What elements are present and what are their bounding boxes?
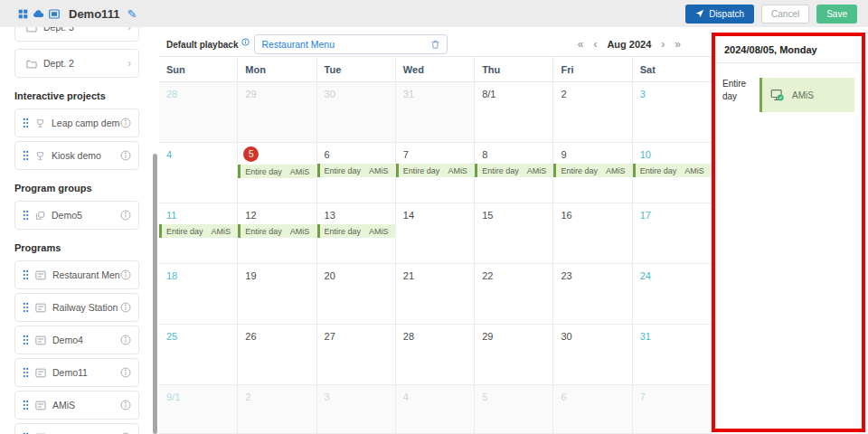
info-icon[interactable]: [120, 302, 131, 313]
default-playback-select[interactable]: Restaurant Menu: [254, 34, 448, 54]
prev-month-button[interactable]: ‹: [593, 38, 597, 51]
sidebar-item-dept-2[interactable]: Dept. 2›: [14, 49, 139, 78]
day-number: 9/1: [159, 385, 237, 403]
info-icon[interactable]: [120, 367, 131, 378]
day-number: 25: [159, 325, 237, 343]
calendar-cell-2[interactable]: 2: [238, 385, 316, 434]
calendar-cell-26[interactable]: 26: [238, 325, 316, 385]
calendar-cell-15[interactable]: 15: [475, 203, 553, 264]
calendar-cell-3[interactable]: 3: [633, 82, 712, 143]
drag-handle-icon[interactable]: [23, 150, 29, 161]
info-icon[interactable]: [120, 150, 131, 161]
sidebar-item-dept-3[interactable]: Dept. 3›: [14, 27, 139, 42]
calendar-cell-4[interactable]: 4: [159, 143, 238, 203]
info-icon[interactable]: [120, 269, 131, 280]
calendar-cell-20[interactable]: 20: [317, 264, 396, 325]
calendar-cell-28[interactable]: 28: [159, 82, 238, 143]
calendar-cell-31[interactable]: 31: [633, 325, 712, 385]
calendar-cell-25[interactable]: 25: [159, 325, 238, 385]
event-chip[interactable]: Entire dayAMiS: [238, 224, 316, 238]
calendar-cell-9-1[interactable]: 9/1: [159, 385, 238, 434]
calendar-cell-22[interactable]: 22: [475, 264, 553, 325]
info-icon[interactable]: [241, 38, 250, 46]
calendar-cell-14[interactable]: 14: [396, 203, 475, 264]
day-number: 8: [475, 143, 552, 161]
next-year-button[interactable]: »: [675, 38, 681, 51]
calendar-cell-28[interactable]: 28: [396, 325, 475, 385]
calendar-cell-10[interactable]: 10Entire dayAMiS: [633, 143, 712, 203]
calendar-cell-17[interactable]: 17: [633, 203, 712, 264]
calendar-cell-8[interactable]: 8Entire dayAMiS: [475, 143, 553, 203]
sidebar-item-demo5[interactable]: Demo5: [14, 201, 139, 230]
dispatch-button[interactable]: Dispatch: [685, 5, 754, 24]
calendar-cell-9[interactable]: 9Entire dayAMiS: [553, 143, 632, 203]
calendar-cell-7[interactable]: 7: [633, 385, 712, 434]
event-chip[interactable]: Entire dayAMiS: [475, 164, 552, 177]
folder-icon: [26, 59, 37, 69]
program-icon: [35, 335, 46, 345]
sidebar-item-demo11[interactable]: Demo11: [14, 358, 139, 387]
event-chip[interactable]: Entire dayAMiS: [159, 224, 237, 238]
calendar-cell-24[interactable]: 24: [633, 264, 712, 325]
drag-handle-icon[interactable]: [23, 269, 29, 280]
calendar-cell-19[interactable]: 19: [238, 264, 316, 325]
sidebar-scrollbar[interactable]: [153, 154, 157, 434]
event-chip[interactable]: Entire dayAMiS: [238, 165, 316, 178]
calendar-cell-30[interactable]: 30: [553, 325, 632, 385]
calendar-cell-11[interactable]: 11Entire dayAMiS: [159, 203, 238, 264]
calendar-cell-12[interactable]: 12Entire dayAMiS: [238, 203, 316, 264]
drag-handle-icon[interactable]: [23, 118, 29, 128]
info-icon[interactable]: [120, 400, 131, 410]
cancel-button[interactable]: Cancel: [761, 5, 809, 24]
day-number: 31: [396, 82, 474, 100]
sidebar-item-leap-camp-demo[interactable]: Leap camp demo: [14, 108, 139, 137]
info-icon[interactable]: [120, 210, 131, 221]
calendar-cell-31[interactable]: 31: [396, 82, 475, 143]
sidebar-item-demo4[interactable]: Demo4: [14, 326, 139, 354]
calendar-cell-21[interactable]: 21: [396, 264, 475, 325]
delete-icon[interactable]: [430, 39, 440, 50]
sidebar-item-amis[interactable]: AMiS: [14, 391, 139, 420]
drag-handle-icon[interactable]: [23, 367, 29, 378]
calendar-cell-6[interactable]: 6: [553, 385, 632, 434]
calendar-cell-16[interactable]: 16: [553, 203, 632, 264]
event-chip[interactable]: Entire dayAMiS: [317, 224, 395, 238]
drag-handle-icon[interactable]: [23, 335, 29, 345]
day-number: 31: [633, 325, 711, 343]
event-name-label: AMiS: [448, 166, 467, 175]
sidebar-item-railway-station-demo[interactable]: Railway Station Demo: [14, 293, 139, 322]
calendar-cell-18[interactable]: 18: [159, 264, 238, 325]
sidebar-item-advantech-video[interactable]: Advantech Video: [14, 423, 139, 434]
calendar-cell-3[interactable]: 3: [317, 385, 396, 434]
drag-handle-icon[interactable]: [23, 400, 29, 410]
interactive-project-icon: [35, 151, 45, 161]
calendar-cell-4[interactable]: 4: [396, 385, 475, 434]
calendar-cell-2[interactable]: 2: [553, 82, 632, 143]
drag-handle-icon[interactable]: [23, 302, 29, 313]
save-button[interactable]: Save: [816, 5, 857, 24]
drag-handle-icon[interactable]: [23, 210, 29, 221]
sidebar-item-restaurant-menu[interactable]: Restaurant Menu: [14, 260, 139, 289]
calendar-cell-30[interactable]: 30: [317, 82, 396, 143]
event-chip[interactable]: Entire dayAMiS: [396, 164, 474, 177]
event-chip[interactable]: Entire dayAMiS: [553, 164, 631, 177]
sidebar-item-kiosk-demo[interactable]: Kiosk demo: [14, 141, 139, 170]
calendar-cell-5[interactable]: 5: [475, 385, 553, 434]
panel-event-chip[interactable]: AMiS: [760, 78, 854, 112]
event-chip[interactable]: Entire dayAMiS: [317, 164, 395, 177]
calendar-cell-29[interactable]: 29: [238, 82, 316, 143]
calendar-cell-7[interactable]: 7Entire dayAMiS: [396, 143, 475, 203]
event-chip[interactable]: Entire dayAMiS: [633, 164, 711, 177]
calendar-cell-29[interactable]: 29: [475, 325, 553, 385]
info-icon[interactable]: [120, 118, 131, 128]
calendar-cell-6[interactable]: 6Entire dayAMiS: [317, 143, 396, 203]
calendar-cell-27[interactable]: 27: [317, 325, 396, 385]
calendar-cell-23[interactable]: 23: [553, 264, 632, 325]
next-month-button[interactable]: ›: [661, 38, 665, 51]
edit-title-icon[interactable]: ✎: [127, 7, 137, 21]
calendar-cell-8-1[interactable]: 8/1: [475, 82, 553, 143]
prev-year-button[interactable]: «: [578, 38, 584, 51]
calendar-cell-5[interactable]: 5Entire dayAMiS: [238, 143, 316, 203]
info-icon[interactable]: [120, 335, 131, 345]
calendar-cell-13[interactable]: 13Entire dayAMiS: [317, 203, 396, 264]
